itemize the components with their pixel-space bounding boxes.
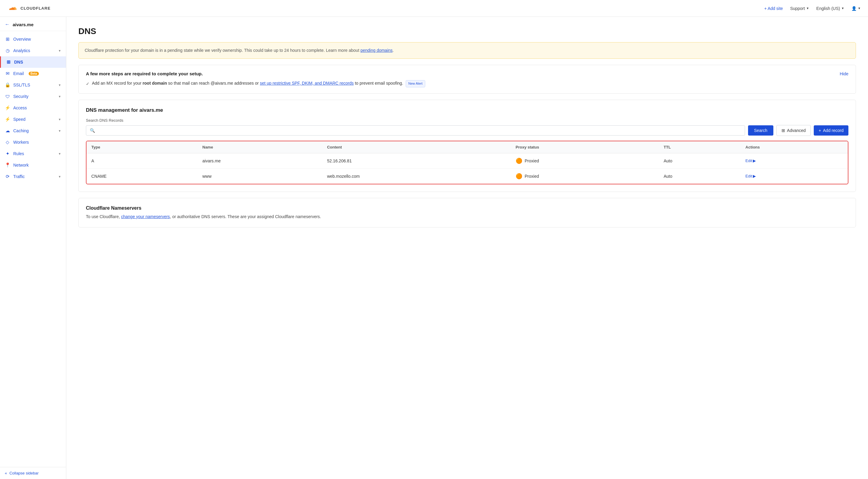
advanced-icon: ⊞	[781, 128, 785, 133]
pending-alert-banner: Cloudflare protection for your domain is…	[79, 42, 856, 59]
row1-ttl: Auto	[659, 153, 741, 168]
caching-icon: ☁	[5, 128, 10, 133]
row1-proxy-cell: 🟠 Proxied	[516, 158, 654, 164]
row2-proxy-cell: 🟠 Proxied	[516, 173, 654, 180]
collapse-sidebar-button[interactable]: « Collapse sidebar	[0, 467, 66, 479]
collapse-sidebar-label: Collapse sidebar	[9, 471, 38, 475]
dns-card-title: DNS management for aivars.me	[86, 107, 848, 113]
col-name: Name	[198, 141, 322, 153]
row1-edit-label: Edit	[745, 158, 752, 163]
alert-suffix: .	[393, 48, 394, 53]
sidebar-item-email-left: ✉ Email Beta	[5, 71, 39, 76]
add-record-button[interactable]: + Add record	[814, 125, 848, 135]
sidebar-item-caching-left: ☁ Caching	[5, 128, 29, 133]
sidebar-item-network-label: Network	[13, 163, 29, 167]
col-ttl: TTL	[659, 141, 741, 153]
search-button[interactable]: Search	[748, 125, 773, 135]
domain-name: aivars.me	[13, 22, 33, 27]
network-icon: 📍	[5, 162, 10, 168]
sidebar-item-traffic[interactable]: ⟳ Traffic ▼	[0, 171, 66, 182]
sidebar-item-rules[interactable]: ✦ Rules ▼	[0, 148, 66, 159]
dns-title-domain: aivars.me	[140, 107, 163, 113]
sidebar-item-speed-label: Speed	[13, 117, 25, 122]
sidebar-item-security-label: Security	[13, 94, 29, 99]
sidebar-item-access-left: ⚡ Access	[5, 105, 27, 110]
dns-icon: ⊞	[6, 59, 11, 65]
search-row: 🔍 Search ⊞ Advanced + Add record	[86, 125, 848, 136]
advanced-label: Advanced	[787, 128, 806, 133]
row2-ttl: Auto	[659, 168, 741, 184]
sidebar-item-ssl-tls[interactable]: 🔒 SSL/TLS ▼	[0, 79, 66, 91]
row2-content: web.mozello.com	[322, 168, 511, 184]
sidebar-item-ssl-tls-left: 🔒 SSL/TLS	[5, 82, 30, 88]
sidebar-item-analytics[interactable]: ◷ Analytics ▼	[0, 45, 66, 56]
sidebar-item-workers[interactable]: ◇ Workers	[0, 136, 66, 148]
support-menu[interactable]: Support ▼	[790, 6, 809, 11]
access-icon: ⚡	[5, 105, 10, 110]
change-nameservers-link[interactable]: change your nameservers	[121, 214, 170, 219]
language-label: English (US)	[816, 6, 840, 11]
sidebar-item-workers-left: ◇ Workers	[5, 139, 29, 145]
add-record-label: Add record	[823, 128, 844, 133]
row2-edit-chevron-icon: ▶	[753, 174, 756, 178]
sidebar-item-security[interactable]: 🛡 Security ▼	[0, 91, 66, 102]
row2-edit-label: Edit	[745, 174, 752, 178]
rules-icon: ✦	[5, 151, 10, 156]
row2-proxy: 🟠 Proxied	[511, 168, 659, 184]
pending-domains-link[interactable]: pending domains	[361, 48, 393, 53]
collapse-icon: «	[5, 471, 7, 475]
sidebar-item-caching[interactable]: ☁ Caching ▼	[0, 125, 66, 136]
sidebar-item-rules-left: ✦ Rules	[5, 151, 24, 156]
sidebar-item-dns-label: DNS	[14, 60, 23, 64]
security-chevron-icon: ▼	[58, 95, 61, 98]
row1-actions: Edit ▶	[741, 153, 848, 168]
dns-table-header-row: Type Name Content Proxy status TTL Actio…	[87, 141, 848, 153]
advanced-button[interactable]: ⊞ Advanced	[776, 125, 811, 136]
add-site-button[interactable]: + Add site	[764, 6, 783, 11]
row1-edit-button[interactable]: Edit ▶	[745, 158, 843, 163]
sidebar-item-security-left: 🛡 Security	[5, 94, 29, 99]
sidebar-item-dns[interactable]: ⊞ DNS	[0, 56, 66, 68]
dns-management-card: DNS management for aivars.me Search DNS …	[79, 100, 856, 192]
setup-bold: root domain	[143, 81, 167, 86]
sidebar-domain: ← aivars.me	[0, 17, 66, 31]
proxy-cloud-icon-1: 🟠	[516, 158, 522, 164]
back-arrow-icon[interactable]: ←	[5, 22, 10, 27]
page-title: DNS	[79, 27, 856, 36]
language-menu[interactable]: English (US) ▼	[816, 6, 844, 11]
nameservers-desc-suffix: , or authoritative DNS servers. These ar…	[170, 214, 321, 219]
bolt-icon: ⚡	[5, 117, 10, 122]
logo-text: CLOUDFLARE	[21, 6, 51, 10]
sidebar-item-overview[interactable]: ⊞ Overview	[0, 33, 66, 45]
search-input[interactable]	[97, 128, 741, 133]
search-input-wrap: 🔍	[86, 125, 745, 135]
nameservers-title: Cloudflare Nameservers	[86, 205, 848, 211]
setup-card: A few more steps are required to complet…	[79, 65, 856, 94]
hide-button[interactable]: Hide	[840, 71, 848, 76]
setup-text-2: so that mail can reach @aivars.me addres…	[167, 81, 260, 86]
sidebar-item-workers-label: Workers	[13, 140, 29, 145]
caching-chevron-icon: ▼	[58, 129, 61, 133]
logo: CLOUDFLARE	[7, 5, 51, 12]
sidebar-item-access[interactable]: ⚡ Access	[0, 102, 66, 114]
setup-card-title-row: A few more steps are required to complet…	[86, 71, 848, 76]
sidebar-item-dns-left: ⊞ DNS	[6, 59, 23, 65]
row2-actions: Edit ▶	[741, 168, 848, 184]
dns-search-section: Search DNS Records 🔍 Search ⊞ Advanced +…	[86, 118, 848, 136]
dns-records-table-wrap: Type Name Content Proxy status TTL Actio…	[86, 141, 848, 184]
row1-proxy: 🟠 Proxied	[511, 153, 659, 168]
row2-edit-button[interactable]: Edit ▶	[745, 174, 843, 178]
sidebar-item-email[interactable]: ✉ Email Beta	[0, 68, 66, 79]
sidebar-item-speed[interactable]: ⚡ Speed ▼	[0, 114, 66, 125]
sidebar-item-analytics-label: Analytics	[13, 48, 30, 53]
user-menu[interactable]: 👤 ▼	[851, 6, 861, 11]
shield-icon: 🛡	[5, 94, 10, 99]
workers-icon: ◇	[5, 139, 10, 145]
language-chevron-icon: ▼	[841, 7, 844, 10]
setup-item-text: Add an MX record for your root domain so…	[92, 80, 425, 87]
support-chevron-icon: ▼	[806, 7, 809, 10]
sidebar-item-network[interactable]: 📍 Network	[0, 159, 66, 171]
spf-dkim-link[interactable]: set up restrictive SPF, DKIM, and DMARC …	[260, 81, 353, 86]
sidebar-item-traffic-label: Traffic	[13, 174, 25, 179]
col-content: Content	[322, 141, 511, 153]
